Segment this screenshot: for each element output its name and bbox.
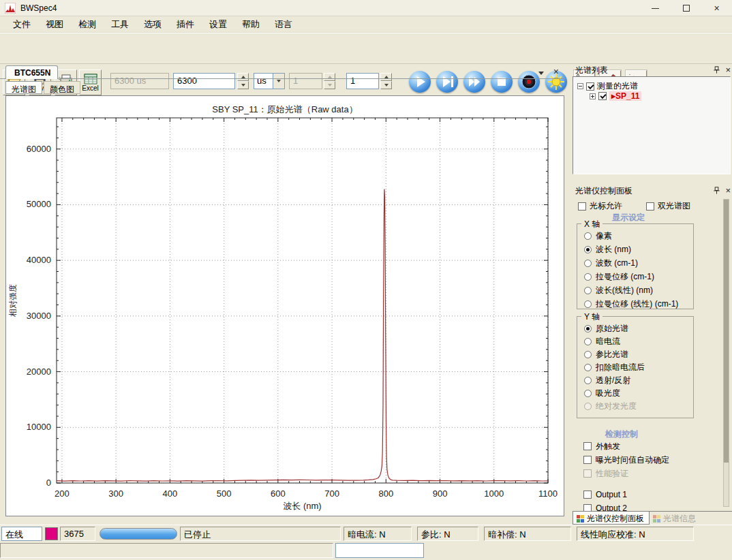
tab-color-view[interactable]: 颜色图	[44, 81, 80, 94]
x-axis-label-1: 波长 (nm)	[596, 244, 631, 255]
menu-item-5[interactable]: 插件	[169, 16, 202, 33]
progress-bar	[100, 528, 177, 540]
x-axis-radio-3[interactable]	[584, 273, 592, 281]
cursor-enable-row[interactable]: 光标允许	[578, 200, 622, 212]
panel-scrollbar[interactable]	[723, 199, 729, 507]
detect-checkbox-1[interactable]	[583, 456, 592, 464]
svg-text:700: 700	[324, 488, 339, 499]
detect-control-header: 检测控制	[605, 429, 638, 440]
x-axis-row-1[interactable]: 波长 (nm)	[584, 243, 693, 256]
svg-text:波长 (nm): 波长 (nm)	[283, 501, 321, 511]
menu-item-0[interactable]: 文件	[5, 16, 38, 33]
x-axis-legend: X 轴	[581, 219, 603, 230]
tree-root-row[interactable]: 测量的光谱	[577, 80, 638, 92]
close-panel-icon[interactable]: ×	[725, 186, 731, 195]
detect-checkbox-0[interactable]	[583, 442, 592, 450]
spectrum-chart[interactable]: 2003004005006007008009001000110001000020…	[6, 96, 564, 516]
control-panel-content: 光标允许 双光谱图 显示设定 X 轴 像素波长 (nm)波数 (cm-1)拉曼位…	[573, 196, 732, 511]
acquisition-state: 已停止	[180, 527, 341, 541]
pin-icon[interactable]	[712, 186, 721, 195]
control-panel-title: 光谱仪控制面板	[575, 185, 632, 197]
x-axis-radio-2[interactable]	[584, 260, 592, 267]
close-panel-icon[interactable]: ×	[725, 65, 731, 74]
menu-item-3[interactable]: 工具	[104, 16, 136, 33]
detect-label-0: 外触发	[596, 441, 620, 452]
spectrum-chart-panel: 2003004005006007008009001000110001000020…	[5, 95, 564, 516]
menu-item-6[interactable]: 设置	[202, 16, 234, 33]
x-axis-radio-0[interactable]	[584, 232, 592, 240]
item-checkbox[interactable]	[598, 92, 607, 100]
svg-text:1000: 1000	[484, 488, 504, 499]
y-axis-radio-4[interactable]	[584, 377, 592, 384]
x-axis-radio-5[interactable]	[584, 300, 592, 308]
y-axis-radio-3[interactable]	[584, 364, 592, 371]
spectrum-item-sp11[interactable]: ▸SP_11	[609, 91, 641, 101]
maximize-button[interactable]	[671, 0, 701, 16]
window-title: BWSpec4	[20, 3, 57, 13]
root-checkbox[interactable]	[586, 82, 594, 91]
tab-btc655n[interactable]: BTC655N	[5, 65, 58, 79]
pin-icon[interactable]	[712, 65, 721, 74]
svg-text:600: 600	[271, 488, 286, 499]
output-row-0[interactable]: Output 1	[583, 488, 627, 501]
svg-text:40000: 40000	[27, 255, 51, 265]
close-button[interactable]: ×	[701, 0, 732, 16]
tab-spectrum-info[interactable]: 光谱信息	[650, 512, 701, 525]
menu-item-7[interactable]: 帮助	[234, 16, 267, 33]
detect-row-1[interactable]: 曝光时间值自动确定	[583, 453, 669, 467]
detect-label-1: 曝光时间值自动确定	[596, 454, 669, 466]
x-axis-row-3[interactable]: 拉曼位移 (cm-1)	[584, 270, 693, 283]
expand-icon[interactable]	[590, 93, 596, 99]
svg-text:200: 200	[55, 488, 70, 499]
frame-counter: 3675	[60, 527, 95, 541]
output-checkbox-0[interactable]	[583, 491, 592, 499]
minimize-button[interactable]	[640, 0, 671, 16]
dual-spectrum-row[interactable]: 双光谱图	[646, 200, 690, 212]
x-axis-row-4[interactable]: 波长(线性) (nm)	[584, 283, 693, 297]
x-axis-row-2[interactable]: 波数 (cm-1)	[584, 256, 693, 270]
y-axis-radio-1[interactable]	[584, 338, 592, 345]
collapse-icon[interactable]	[577, 83, 583, 89]
y-axis-row-5[interactable]: 吸光度	[584, 387, 693, 400]
svg-text:400: 400	[163, 488, 178, 499]
title-bar: BWSpec4 ×	[0, 0, 732, 16]
menu-item-1[interactable]: 视图	[38, 16, 71, 33]
x-axis-row-5[interactable]: 拉曼位移 (线性) (cm-1)	[584, 297, 693, 311]
y-axis-row-3[interactable]: 扣除暗电流后	[584, 361, 693, 374]
view-subtabs: 光谱图 颜色图	[5, 81, 82, 94]
tab-spectrum-view[interactable]: 光谱图	[5, 81, 42, 94]
y-axis-row-2[interactable]: 参比光谱	[584, 348, 693, 361]
svg-text:1100: 1100	[538, 488, 558, 499]
y-axis-radio-2[interactable]	[584, 351, 592, 358]
y-axis-radio-0[interactable]	[584, 325, 592, 332]
online-status: 在线	[1, 527, 42, 541]
detect-row-0[interactable]: 外触发	[583, 439, 669, 453]
detect-checkbox-2	[583, 469, 592, 478]
menu-item-4[interactable]: 选项	[136, 16, 169, 33]
detect-row-2[interactable]: 性能验证	[583, 467, 669, 480]
dual-spectrum-checkbox[interactable]	[646, 202, 654, 211]
cursor-enable-label: 光标允许	[590, 200, 622, 212]
x-axis-row-0[interactable]: 像素	[584, 229, 693, 243]
tab-close-icon[interactable]: ×	[553, 67, 559, 76]
y-axis-row-1[interactable]: 暗电流	[584, 335, 693, 348]
tab-control-panel[interactable]: 光谱仪控制面板	[573, 512, 650, 525]
y-axis-row-0[interactable]: 原始光谱	[584, 322, 693, 335]
scrollbar-thumb[interactable]	[724, 200, 729, 463]
tab-list-dropdown-icon[interactable]	[538, 72, 544, 75]
panel-grid-icon	[653, 515, 660, 523]
x-axis-groupbox: X 轴 像素波长 (nm)波数 (cm-1)拉曼位移 (cm-1)波长(线性) …	[577, 223, 694, 309]
x-axis-radio-1[interactable]	[584, 246, 592, 253]
document-area: BTC655N × 光谱图 颜色图 2003004005006007008009…	[0, 64, 567, 525]
menu-item-8[interactable]: 语言	[267, 16, 300, 33]
x-axis-radio-4[interactable]	[584, 287, 592, 294]
y-axis-radio-5[interactable]	[584, 390, 592, 397]
menu-item-2[interactable]: 检测	[71, 16, 104, 33]
tree-item-row[interactable]: ▸SP_11	[590, 91, 641, 101]
cursor-enable-checkbox[interactable]	[578, 202, 586, 211]
y-axis-row-6[interactable]: 绝对发光度	[584, 400, 693, 413]
svg-text:30000: 30000	[27, 311, 51, 321]
document-tabstrip: BTC655N ×	[0, 65, 566, 79]
y-axis-row-4[interactable]: 透射/反射	[584, 374, 693, 387]
spectrum-color-swatch[interactable]	[45, 527, 58, 540]
